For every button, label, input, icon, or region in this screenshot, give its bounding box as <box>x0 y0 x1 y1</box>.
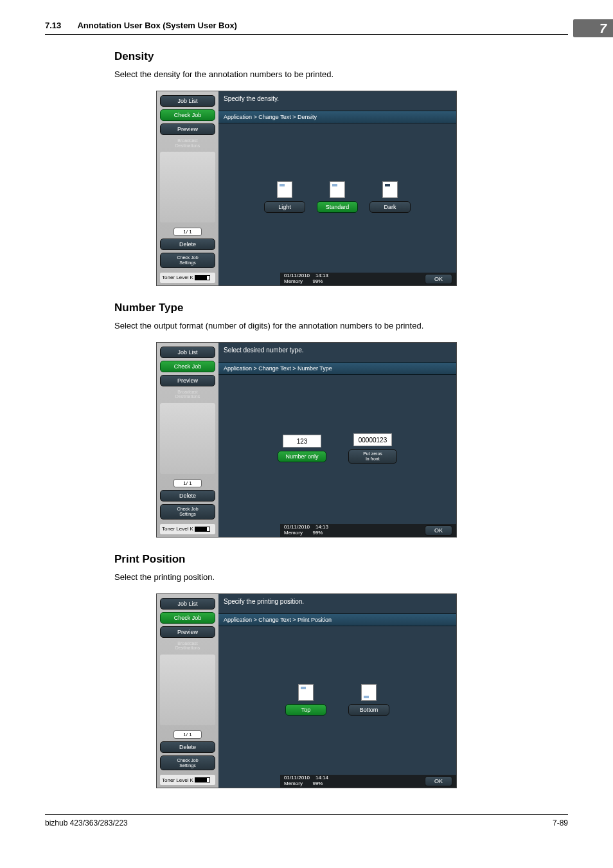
pager: 1/ 1 <box>173 228 202 236</box>
section-number: 7.13 <box>45 21 61 30</box>
footer-page: 7-89 <box>553 818 568 827</box>
paragraph-print-position: Select the printing position. <box>114 572 568 582</box>
preview-button[interactable]: Preview <box>160 626 215 638</box>
time: 14:13 <box>315 273 328 278</box>
memory-pct: 99% <box>312 278 323 284</box>
memory-label: Memory <box>284 781 303 786</box>
pager: 1/ 1 <box>173 730 202 739</box>
toner-bar-icon <box>195 275 210 280</box>
check-job-settings-button[interactable]: Check Job Settings <box>160 755 215 770</box>
density-option-standard[interactable]: Standard <box>317 181 358 213</box>
toner-level: Toner Level K <box>160 775 215 785</box>
breadcrumb: Application > Change Text > Print Positi… <box>218 613 456 626</box>
number-sample: 00000123 <box>353 433 392 446</box>
panel-print-position: Job List Check Job Preview Broadcast Des… <box>156 593 457 789</box>
toner-level: Toner Level K <box>160 524 215 534</box>
date: 01/11/2010 <box>284 524 310 530</box>
check-job-settings-button[interactable]: Check Job Settings <box>160 504 215 519</box>
footer-product: bizhub 423/363/283/223 <box>45 818 128 827</box>
page-preview-icon <box>298 684 314 701</box>
job-list-button[interactable]: Job List <box>160 598 215 610</box>
ok-button[interactable]: OK <box>425 525 452 536</box>
panel-number-type: Job List Check Job Preview Broadcast Des… <box>156 342 457 538</box>
preview-button[interactable]: Preview <box>160 123 215 135</box>
option-label: Bottom <box>348 704 389 716</box>
panel-title: Specify the printing position. <box>218 594 456 613</box>
toner-bar-icon <box>195 777 210 782</box>
page-preview-icon <box>382 181 398 198</box>
toner-level: Toner Level K <box>160 273 215 283</box>
memory-label: Memory <box>284 278 303 284</box>
toner-k: K <box>190 526 193 532</box>
toner-k: K <box>190 275 193 280</box>
option-label: Light <box>264 201 305 213</box>
date: 01/11/2010 <box>284 273 310 278</box>
time: 14:14 <box>315 775 328 781</box>
delete-button[interactable]: Delete <box>160 490 215 502</box>
number-type-option-put-zeros[interactable]: 00000123 Put zeros in front <box>348 433 397 463</box>
breadcrumb: Application > Change Text > Number Type <box>218 362 456 375</box>
heading-print-position: Print Position <box>114 553 568 566</box>
job-list-button[interactable]: Job List <box>160 95 215 107</box>
check-job-settings-button[interactable]: Check Job Settings <box>160 253 215 267</box>
job-list-area <box>160 152 215 222</box>
preview-button[interactable]: Preview <box>160 375 215 386</box>
page-preview-icon <box>330 181 345 198</box>
memory-pct: 99% <box>312 530 323 536</box>
option-label: Top <box>285 704 326 716</box>
paragraph-number-type: Select the output format (number of digi… <box>114 321 568 330</box>
toner-label: Toner Level <box>162 526 188 532</box>
check-job-button[interactable]: Check Job <box>160 109 215 121</box>
density-option-light[interactable]: Light <box>264 181 305 213</box>
heading-number-type: Number Type <box>114 302 568 314</box>
heading-density: Density <box>114 50 568 63</box>
broadcast-label: Broadcast Destinations <box>160 641 215 651</box>
panel-title: Select desired number type. <box>218 343 456 362</box>
breadcrumb: Application > Change Text > Density <box>218 111 456 123</box>
option-label: Standard <box>317 201 358 213</box>
pager: 1/ 1 <box>173 479 202 487</box>
ok-button[interactable]: OK <box>425 776 452 786</box>
chapter-badge: 7 <box>573 19 613 37</box>
job-list-button[interactable]: Job List <box>160 347 215 358</box>
option-label: Dark <box>369 201 411 213</box>
option-label: Number only <box>278 451 326 462</box>
panel-density: Job List Check Job Preview Broadcast Des… <box>156 91 457 286</box>
toner-bar-icon <box>195 527 210 532</box>
density-option-dark[interactable]: Dark <box>369 181 411 213</box>
number-type-option-number-only[interactable]: 123 Number only <box>278 435 326 462</box>
broadcast-label: Broadcast Destinations <box>160 138 215 148</box>
job-list-area <box>160 403 215 474</box>
print-position-option-top[interactable]: Top <box>285 684 326 716</box>
section-title: Annotation User Box (System User Box) <box>77 21 237 30</box>
page-preview-icon <box>277 181 292 198</box>
check-job-button[interactable]: Check Job <box>160 612 215 624</box>
job-list-area <box>160 655 215 725</box>
time: 14:13 <box>315 524 328 530</box>
number-sample: 123 <box>283 435 321 448</box>
check-job-button[interactable]: Check Job <box>160 361 215 372</box>
delete-button[interactable]: Delete <box>160 741 215 753</box>
ok-button[interactable]: OK <box>425 274 452 284</box>
date: 01/11/2010 <box>284 775 310 781</box>
option-label: Put zeros in front <box>348 449 397 463</box>
toner-k: K <box>190 777 193 783</box>
print-position-option-bottom[interactable]: Bottom <box>348 684 389 716</box>
toner-label: Toner Level <box>162 275 188 280</box>
page-preview-icon <box>361 684 377 701</box>
memory-pct: 99% <box>312 781 323 786</box>
panel-title: Specify the density. <box>218 91 456 111</box>
delete-button[interactable]: Delete <box>160 239 215 250</box>
memory-label: Memory <box>284 530 303 536</box>
toner-label: Toner Level <box>162 777 188 783</box>
broadcast-label: Broadcast Destinations <box>160 390 215 399</box>
paragraph-density: Select the density for the annotation nu… <box>114 69 568 79</box>
